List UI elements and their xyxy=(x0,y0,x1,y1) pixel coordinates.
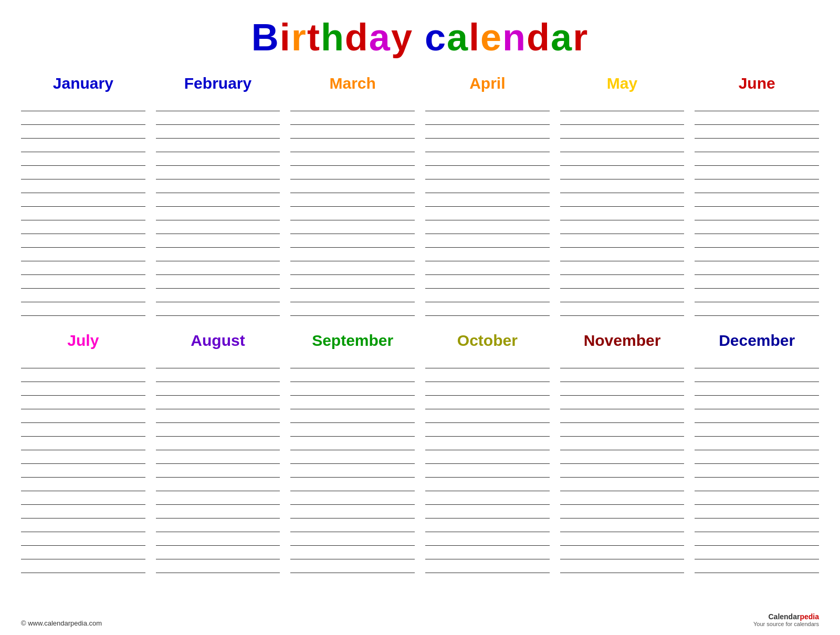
line[interactable] xyxy=(290,248,415,261)
line[interactable] xyxy=(290,409,415,423)
line[interactable] xyxy=(156,139,280,152)
line[interactable] xyxy=(290,125,415,139)
line[interactable] xyxy=(21,532,145,546)
line[interactable] xyxy=(695,234,819,248)
line[interactable] xyxy=(425,355,550,368)
line[interactable] xyxy=(290,355,415,368)
line[interactable] xyxy=(21,111,145,125)
line[interactable] xyxy=(21,207,145,220)
line[interactable] xyxy=(695,139,819,152)
line[interactable] xyxy=(290,275,415,289)
line[interactable] xyxy=(21,261,145,275)
line[interactable] xyxy=(290,491,415,505)
line[interactable] xyxy=(290,478,415,491)
line[interactable] xyxy=(290,261,415,275)
line[interactable] xyxy=(425,193,550,207)
line[interactable] xyxy=(21,152,145,166)
line[interactable] xyxy=(560,382,685,396)
line[interactable] xyxy=(290,505,415,518)
line[interactable] xyxy=(695,396,819,409)
line[interactable] xyxy=(695,559,819,573)
line[interactable] xyxy=(21,409,145,423)
line[interactable] xyxy=(560,139,685,152)
line[interactable] xyxy=(695,261,819,275)
line[interactable] xyxy=(425,382,550,396)
line[interactable] xyxy=(290,193,415,207)
line[interactable] xyxy=(560,409,685,423)
line[interactable] xyxy=(695,532,819,546)
line[interactable] xyxy=(21,248,145,261)
line[interactable] xyxy=(156,166,280,179)
line[interactable] xyxy=(695,179,819,193)
line[interactable] xyxy=(560,546,685,559)
line[interactable] xyxy=(560,505,685,518)
line[interactable] xyxy=(695,450,819,464)
line[interactable] xyxy=(425,532,550,546)
line[interactable] xyxy=(560,368,685,382)
line[interactable] xyxy=(156,382,280,396)
line[interactable] xyxy=(695,546,819,559)
line[interactable] xyxy=(21,518,145,532)
line[interactable] xyxy=(290,289,415,302)
line[interactable] xyxy=(560,261,685,275)
line[interactable] xyxy=(560,234,685,248)
line[interactable] xyxy=(695,505,819,518)
line[interactable] xyxy=(560,450,685,464)
line[interactable] xyxy=(156,368,280,382)
line[interactable] xyxy=(425,450,550,464)
line[interactable] xyxy=(560,166,685,179)
line[interactable] xyxy=(156,559,280,573)
line[interactable] xyxy=(21,355,145,368)
line[interactable] xyxy=(695,409,819,423)
line[interactable] xyxy=(695,289,819,302)
line[interactable] xyxy=(425,111,550,125)
line[interactable] xyxy=(695,152,819,166)
line[interactable] xyxy=(156,505,280,518)
line[interactable] xyxy=(156,289,280,302)
line[interactable] xyxy=(560,423,685,437)
line[interactable] xyxy=(156,220,280,234)
line[interactable] xyxy=(560,193,685,207)
line[interactable] xyxy=(425,152,550,166)
line[interactable] xyxy=(560,220,685,234)
line[interactable] xyxy=(425,166,550,179)
line[interactable] xyxy=(560,248,685,261)
line[interactable] xyxy=(156,355,280,368)
line[interactable] xyxy=(156,193,280,207)
line[interactable] xyxy=(156,248,280,261)
line[interactable] xyxy=(21,368,145,382)
line[interactable] xyxy=(695,98,819,111)
line[interactable] xyxy=(21,220,145,234)
line[interactable] xyxy=(21,289,145,302)
line[interactable] xyxy=(695,166,819,179)
line[interactable] xyxy=(695,248,819,261)
line[interactable] xyxy=(425,248,550,261)
line[interactable] xyxy=(156,111,280,125)
line[interactable] xyxy=(560,207,685,220)
line[interactable] xyxy=(21,423,145,437)
line[interactable] xyxy=(156,478,280,491)
line[interactable] xyxy=(560,98,685,111)
line[interactable] xyxy=(695,478,819,491)
line[interactable] xyxy=(695,423,819,437)
line[interactable] xyxy=(21,382,145,396)
line[interactable] xyxy=(156,532,280,546)
line[interactable] xyxy=(156,437,280,450)
line[interactable] xyxy=(695,125,819,139)
line[interactable] xyxy=(695,437,819,450)
line[interactable] xyxy=(425,464,550,478)
line[interactable] xyxy=(425,125,550,139)
line[interactable] xyxy=(425,546,550,559)
line[interactable] xyxy=(560,152,685,166)
line[interactable] xyxy=(425,505,550,518)
line[interactable] xyxy=(290,179,415,193)
line[interactable] xyxy=(21,125,145,139)
line[interactable] xyxy=(21,491,145,505)
line[interactable] xyxy=(21,559,145,573)
line[interactable] xyxy=(21,234,145,248)
line[interactable] xyxy=(560,179,685,193)
line[interactable] xyxy=(156,179,280,193)
line[interactable] xyxy=(560,518,685,532)
line[interactable] xyxy=(156,275,280,289)
line[interactable] xyxy=(156,125,280,139)
